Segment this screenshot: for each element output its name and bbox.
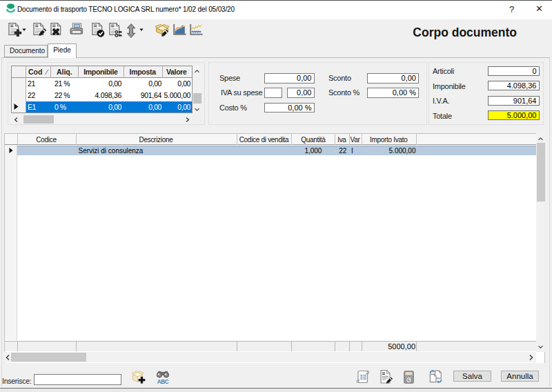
svg-text:ABC: ABC xyxy=(157,378,169,384)
